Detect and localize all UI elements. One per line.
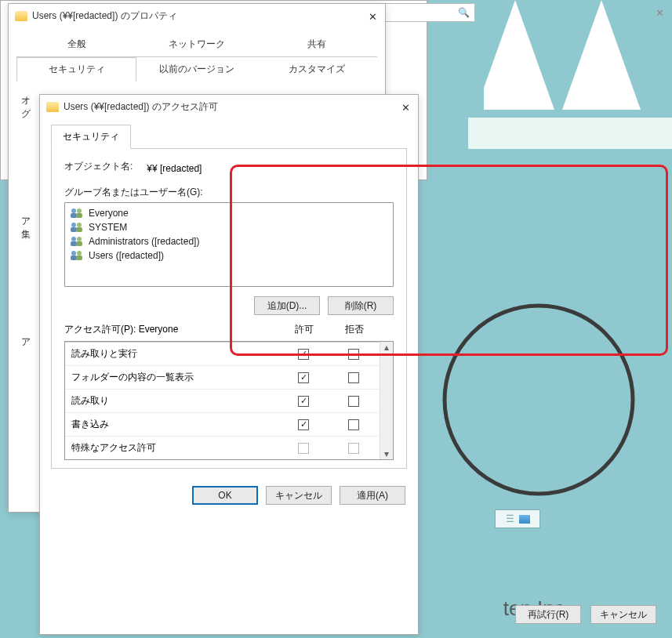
svg-point-7 (77, 223, 82, 227)
list-item[interactable]: Administrators ([redacted]) (70, 234, 388, 248)
svg-rect-16 (76, 256, 82, 260)
permissions-dialog: Users (¥¥[redacted]) のアクセス許可 ✕ セキュリティ オブ… (39, 94, 419, 635)
list-item[interactable]: Everyone (70, 206, 388, 220)
col-allow: 許可 (279, 323, 329, 336)
folder-icon (15, 11, 27, 21)
permission-row: 読み取りと実行✓ (65, 342, 393, 365)
view-list-icon[interactable]: ☰ (506, 513, 514, 524)
tab-network[interactable]: ネットワーク (136, 32, 256, 56)
properties-tabs-row1: 全般 ネットワーク 共有 (16, 32, 377, 57)
cancel-button[interactable]: キャンセル (590, 605, 656, 624)
deny-checkbox[interactable] (348, 396, 359, 407)
permission-label: 読み取り (71, 394, 278, 408)
deny-checkbox[interactable] (348, 419, 359, 430)
retry-button[interactable]: 再試行(R) (515, 605, 581, 624)
tab-general[interactable]: 全般 (16, 32, 136, 56)
folder-icon (46, 102, 59, 112)
add-button[interactable]: 追加(D)... (254, 296, 320, 315)
permission-label: 書き込み (71, 418, 278, 431)
permission-label: フォルダーの内容の一覧表示 (71, 371, 278, 384)
permission-row: 読み取り✓ (65, 389, 393, 412)
users-icon (70, 222, 84, 233)
tab-previous-versions[interactable]: 以前のバージョン (136, 57, 256, 82)
cancel-button[interactable]: キャンセル (266, 486, 332, 505)
object-name-value: ¥¥ [redacted] (147, 163, 202, 174)
close-icon[interactable]: ✕ (648, 2, 670, 24)
search-icon[interactable]: 🔍 (458, 7, 470, 18)
remove-button[interactable]: 削除(R) (328, 296, 394, 315)
users-icon (70, 208, 84, 219)
close-icon[interactable]: ✕ (361, 5, 383, 27)
deny-checkbox (348, 443, 359, 454)
svg-point-1 (71, 208, 76, 213)
apply-button[interactable]: 適用(A) (340, 486, 405, 505)
permissions-title: Users (¥¥[redacted]) のアクセス許可 (64, 100, 412, 114)
scroll-up-icon[interactable]: ▴ (384, 342, 389, 353)
deny-checkbox[interactable] (348, 349, 359, 360)
allow-checkbox[interactable]: ✓ (298, 372, 309, 383)
group-users-label: グループ名またはユーザー名(G): (64, 186, 394, 199)
users-listbox[interactable]: EveryoneSYSTEMAdministrators ([redacted]… (64, 202, 394, 287)
permissions-for-label: アクセス許可(P): Everyone (64, 323, 279, 336)
permission-row: 特殊なアクセス許可 (65, 436, 393, 459)
object-name-label: オブジェクト名: (64, 160, 133, 173)
svg-rect-10 (71, 241, 77, 246)
ok-button[interactable]: OK (192, 486, 258, 505)
svg-rect-2 (71, 213, 77, 218)
properties-title: Users (¥¥[redacted]) のプロパティ (32, 9, 379, 23)
svg-point-3 (77, 208, 82, 213)
col-deny: 拒否 (329, 323, 380, 336)
users-icon (70, 250, 84, 261)
tab-share[interactable]: 共有 (257, 32, 377, 56)
tab-security[interactable]: セキュリティ (51, 125, 131, 149)
svg-point-11 (77, 237, 82, 241)
list-item[interactable]: SYSTEM (70, 220, 388, 234)
svg-point-13 (71, 251, 76, 256)
scroll-down-icon[interactable]: ▾ (384, 448, 389, 459)
permission-label: 読み取りと実行 (71, 347, 278, 361)
allow-checkbox (298, 443, 309, 454)
svg-rect-8 (76, 227, 82, 232)
svg-point-0 (445, 306, 633, 494)
permission-label: 特殊なアクセス許可 (71, 441, 278, 455)
tab-security[interactable]: セキュリティ (16, 57, 136, 82)
users-icon (70, 236, 84, 247)
tab-customize[interactable]: カスタマイズ (257, 57, 377, 82)
svg-rect-14 (71, 256, 77, 260)
svg-rect-12 (76, 241, 82, 246)
allow-checkbox[interactable]: ✓ (298, 419, 309, 430)
scrollbar[interactable]: ▴▾ (380, 342, 393, 459)
svg-point-15 (77, 251, 82, 256)
properties-tabs-row2: セキュリティ 以前のバージョン カスタマイズ (16, 57, 377, 82)
view-thumb-icon[interactable] (519, 515, 530, 524)
allow-checkbox[interactable]: ✓ (298, 396, 309, 407)
svg-rect-4 (76, 213, 82, 218)
permissions-table: 読み取りと実行✓フォルダーの内容の一覧表示✓読み取り✓書き込み✓特殊なアクセス許… (64, 341, 394, 460)
svg-rect-6 (71, 227, 77, 232)
permission-row: フォルダーの内容の一覧表示✓ (65, 365, 393, 389)
allow-checkbox[interactable]: ✓ (298, 349, 309, 360)
close-icon[interactable]: ✕ (394, 96, 416, 118)
list-item[interactable]: Users ([redacted]) (70, 248, 388, 263)
svg-point-9 (71, 237, 76, 241)
svg-point-5 (71, 223, 76, 227)
deny-checkbox[interactable] (348, 372, 359, 383)
permission-row: 書き込み✓ (65, 412, 393, 436)
